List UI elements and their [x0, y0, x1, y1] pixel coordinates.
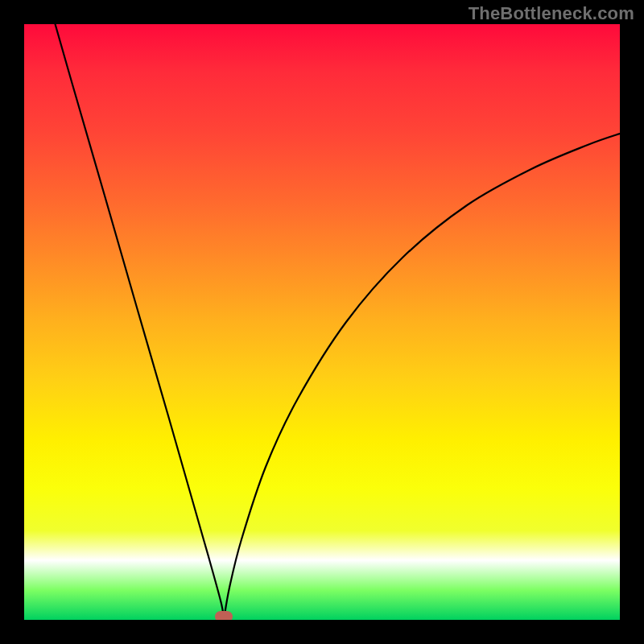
minimum-marker	[215, 611, 233, 620]
bottleneck-curve	[24, 24, 620, 620]
plot-area	[24, 24, 620, 620]
watermark-text: TheBottleneck.com	[469, 3, 634, 24]
chart-frame: TheBottleneck.com	[0, 0, 644, 644]
